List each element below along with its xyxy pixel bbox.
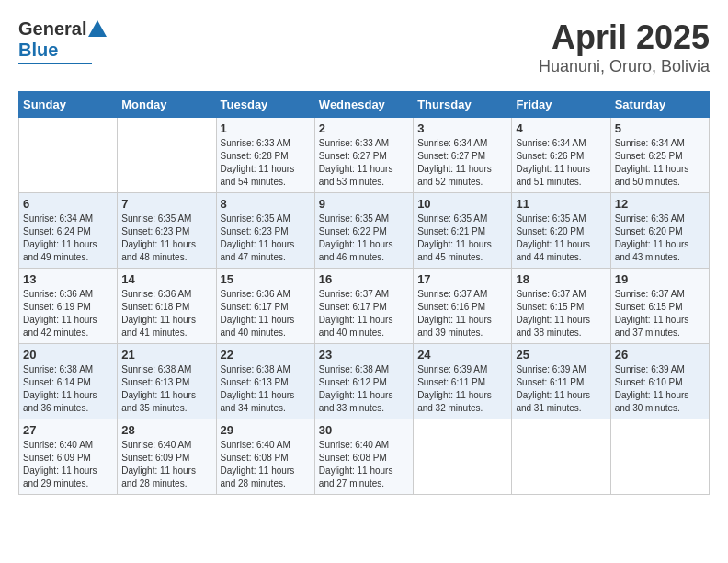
title-block: April 2025 Huanuni, Oruro, Bolivia	[539, 18, 710, 76]
calendar-week-row: 6Sunrise: 6:34 AMSunset: 6:24 PMDaylight…	[19, 193, 710, 269]
day-number: 1	[221, 121, 311, 135]
day-number: 20	[23, 348, 113, 362]
calendar-header-friday: Friday	[512, 92, 610, 118]
day-number: 16	[319, 272, 409, 286]
page-header: General Blue April 2025 Huanuni, Oruro, …	[18, 18, 710, 76]
day-number: 17	[417, 272, 507, 286]
calendar-cell: 8Sunrise: 6:35 AMSunset: 6:23 PMDaylight…	[216, 193, 314, 269]
calendar-header-tuesday: Tuesday	[216, 92, 314, 118]
day-info: Sunrise: 6:37 AMSunset: 6:15 PMDaylight:…	[615, 288, 705, 339]
calendar-cell: 29Sunrise: 6:40 AMSunset: 6:08 PMDayligh…	[216, 419, 314, 495]
day-number: 15	[221, 272, 311, 286]
calendar-cell: 16Sunrise: 6:37 AMSunset: 6:17 PMDayligh…	[314, 269, 413, 344]
calendar-cell: 30Sunrise: 6:40 AMSunset: 6:08 PMDayligh…	[314, 419, 413, 495]
calendar-cell	[414, 419, 512, 495]
day-number: 10	[417, 197, 507, 211]
day-number: 27	[23, 423, 113, 437]
calendar-header-monday: Monday	[118, 92, 216, 118]
day-info: Sunrise: 6:36 AMSunset: 6:19 PMDaylight:…	[23, 288, 113, 339]
calendar-header-sunday: Sunday	[19, 92, 118, 118]
day-info: Sunrise: 6:35 AMSunset: 6:22 PMDaylight:…	[319, 213, 409, 264]
day-info: Sunrise: 6:35 AMSunset: 6:20 PMDaylight:…	[516, 213, 606, 264]
day-info: Sunrise: 6:38 AMSunset: 6:12 PMDaylight:…	[319, 363, 409, 415]
day-number: 23	[319, 348, 409, 362]
calendar-week-row: 27Sunrise: 6:40 AMSunset: 6:09 PMDayligh…	[19, 419, 710, 495]
day-info: Sunrise: 6:35 AMSunset: 6:23 PMDaylight:…	[121, 213, 211, 264]
day-number: 9	[319, 197, 409, 211]
calendar-cell: 21Sunrise: 6:38 AMSunset: 6:13 PMDayligh…	[118, 344, 216, 419]
day-info: Sunrise: 6:37 AMSunset: 6:16 PMDaylight:…	[417, 288, 507, 339]
day-number: 30	[319, 423, 409, 437]
day-info: Sunrise: 6:33 AMSunset: 6:27 PMDaylight:…	[319, 137, 409, 189]
calendar-cell: 19Sunrise: 6:37 AMSunset: 6:15 PMDayligh…	[610, 269, 709, 344]
calendar-cell: 15Sunrise: 6:36 AMSunset: 6:17 PMDayligh…	[216, 269, 314, 344]
day-number: 4	[516, 121, 606, 135]
day-info: Sunrise: 6:39 AMSunset: 6:11 PMDaylight:…	[516, 363, 606, 415]
calendar-cell: 24Sunrise: 6:39 AMSunset: 6:11 PMDayligh…	[414, 344, 512, 419]
day-info: Sunrise: 6:38 AMSunset: 6:13 PMDaylight:…	[221, 363, 311, 415]
day-number: 19	[615, 272, 705, 286]
calendar-header-saturday: Saturday	[610, 92, 709, 118]
logo-blue: Blue	[18, 40, 58, 61]
day-number: 5	[615, 121, 705, 135]
calendar-cell: 25Sunrise: 6:39 AMSunset: 6:11 PMDayligh…	[512, 344, 610, 419]
logo-underline	[18, 63, 92, 64]
calendar-header-wednesday: Wednesday	[314, 92, 413, 118]
day-number: 13	[23, 272, 113, 286]
day-number: 29	[221, 423, 311, 437]
calendar-week-row: 13Sunrise: 6:36 AMSunset: 6:19 PMDayligh…	[19, 269, 710, 344]
calendar-week-row: 20Sunrise: 6:38 AMSunset: 6:14 PMDayligh…	[19, 344, 710, 419]
calendar-cell: 14Sunrise: 6:36 AMSunset: 6:18 PMDayligh…	[118, 269, 216, 344]
calendar-cell: 4Sunrise: 6:34 AMSunset: 6:26 PMDaylight…	[512, 118, 610, 193]
location-title: Huanuni, Oruro, Bolivia	[539, 57, 710, 76]
day-number: 12	[615, 197, 705, 211]
day-number: 2	[319, 121, 409, 135]
calendar-cell	[610, 419, 709, 495]
day-info: Sunrise: 6:36 AMSunset: 6:20 PMDaylight:…	[615, 213, 705, 264]
day-info: Sunrise: 6:34 AMSunset: 6:25 PMDaylight:…	[615, 137, 705, 189]
day-info: Sunrise: 6:34 AMSunset: 6:27 PMDaylight:…	[417, 137, 507, 189]
day-info: Sunrise: 6:33 AMSunset: 6:28 PMDaylight:…	[221, 137, 311, 189]
day-number: 14	[121, 272, 211, 286]
calendar-cell: 27Sunrise: 6:40 AMSunset: 6:09 PMDayligh…	[19, 419, 118, 495]
day-info: Sunrise: 6:34 AMSunset: 6:26 PMDaylight:…	[516, 137, 606, 189]
calendar-cell: 12Sunrise: 6:36 AMSunset: 6:20 PMDayligh…	[610, 193, 709, 269]
calendar-cell: 22Sunrise: 6:38 AMSunset: 6:13 PMDayligh…	[216, 344, 314, 419]
calendar-cell: 20Sunrise: 6:38 AMSunset: 6:14 PMDayligh…	[19, 344, 118, 419]
day-number: 25	[516, 348, 606, 362]
day-info: Sunrise: 6:40 AMSunset: 6:08 PMDaylight:…	[319, 439, 409, 490]
day-info: Sunrise: 6:35 AMSunset: 6:23 PMDaylight:…	[221, 213, 311, 264]
calendar-cell: 5Sunrise: 6:34 AMSunset: 6:25 PMDaylight…	[610, 118, 709, 193]
calendar-header-row: SundayMondayTuesdayWednesdayThursdayFrid…	[19, 92, 710, 118]
calendar-cell	[19, 118, 118, 193]
calendar-cell: 6Sunrise: 6:34 AMSunset: 6:24 PMDaylight…	[19, 193, 118, 269]
calendar-cell: 13Sunrise: 6:36 AMSunset: 6:19 PMDayligh…	[19, 269, 118, 344]
calendar-cell	[118, 118, 216, 193]
day-number: 22	[221, 348, 311, 362]
calendar-cell: 2Sunrise: 6:33 AMSunset: 6:27 PMDaylight…	[314, 118, 413, 193]
logo-general: General	[18, 18, 86, 40]
day-number: 18	[516, 272, 606, 286]
day-number: 8	[221, 197, 311, 211]
day-info: Sunrise: 6:35 AMSunset: 6:21 PMDaylight:…	[417, 213, 507, 264]
day-info: Sunrise: 6:40 AMSunset: 6:08 PMDaylight:…	[221, 439, 311, 490]
calendar-cell: 26Sunrise: 6:39 AMSunset: 6:10 PMDayligh…	[610, 344, 709, 419]
calendar-cell: 18Sunrise: 6:37 AMSunset: 6:15 PMDayligh…	[512, 269, 610, 344]
month-title: April 2025	[539, 18, 710, 57]
calendar-cell: 28Sunrise: 6:40 AMSunset: 6:09 PMDayligh…	[118, 419, 216, 495]
logo-triangle-icon	[88, 20, 107, 37]
calendar-table: SundayMondayTuesdayWednesdayThursdayFrid…	[18, 91, 710, 495]
calendar-header-thursday: Thursday	[414, 92, 512, 118]
day-number: 7	[121, 197, 211, 211]
day-info: Sunrise: 6:36 AMSunset: 6:17 PMDaylight:…	[221, 288, 311, 339]
day-info: Sunrise: 6:40 AMSunset: 6:09 PMDaylight:…	[23, 439, 113, 490]
day-info: Sunrise: 6:38 AMSunset: 6:13 PMDaylight:…	[121, 363, 211, 415]
calendar-cell: 10Sunrise: 6:35 AMSunset: 6:21 PMDayligh…	[414, 193, 512, 269]
day-info: Sunrise: 6:37 AMSunset: 6:17 PMDaylight:…	[319, 288, 409, 339]
calendar-cell: 7Sunrise: 6:35 AMSunset: 6:23 PMDaylight…	[118, 193, 216, 269]
day-number: 28	[121, 423, 211, 437]
logo: General Blue	[18, 18, 107, 64]
day-info: Sunrise: 6:40 AMSunset: 6:09 PMDaylight:…	[121, 439, 211, 490]
calendar-week-row: 1Sunrise: 6:33 AMSunset: 6:28 PMDaylight…	[19, 118, 710, 193]
calendar-cell: 1Sunrise: 6:33 AMSunset: 6:28 PMDaylight…	[216, 118, 314, 193]
